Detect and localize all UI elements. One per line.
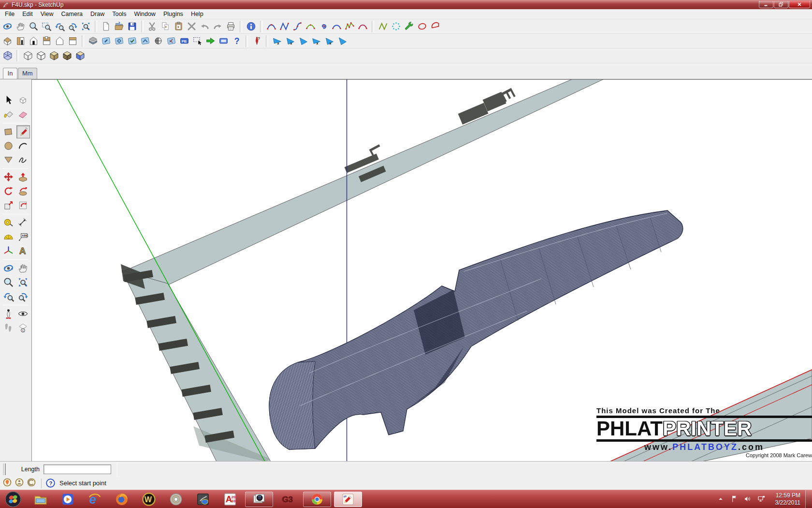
orbit-button[interactable] xyxy=(2,262,15,275)
right-view-button[interactable] xyxy=(66,35,79,47)
monochrome-cube-button[interactable] xyxy=(73,49,87,62)
circle-button[interactable] xyxy=(2,139,15,152)
bezier-n-button[interactable] xyxy=(278,20,291,33)
taskbar-disc-burner[interactable] xyxy=(168,491,184,508)
pan-button[interactable] xyxy=(16,262,30,275)
bezier-olive-n-button[interactable] xyxy=(377,20,390,33)
minimize-button[interactable] xyxy=(759,1,773,8)
bezier-green-arc-button[interactable] xyxy=(304,20,317,33)
undo-button[interactable] xyxy=(198,20,211,33)
bezier-blue-arc-button[interactable] xyxy=(330,20,343,33)
volume-tray-icon[interactable] xyxy=(743,494,753,504)
phlat-cut-button[interactable] xyxy=(165,35,178,47)
taskbar-chrome[interactable] xyxy=(303,492,331,507)
taskbar-world-of-warcraft[interactable]: W xyxy=(141,491,157,508)
restore-button[interactable] xyxy=(774,1,788,8)
bezier-spiral-button[interactable] xyxy=(317,20,330,33)
taskbar-g3-utility[interactable]: G3 xyxy=(280,491,296,508)
section-plane-button[interactable]: c xyxy=(16,321,30,334)
model-info-button[interactable] xyxy=(245,20,258,33)
taskbar-photo-viewer[interactable] xyxy=(245,492,273,507)
center-point-button[interactable] xyxy=(152,35,165,47)
menu-window[interactable]: Window xyxy=(130,10,159,18)
menu-plugins[interactable]: Plugins xyxy=(160,10,187,18)
phlat-board-button[interactable]: PB xyxy=(178,35,191,47)
paste-button[interactable] xyxy=(172,20,185,33)
measurement-input[interactable] xyxy=(44,464,111,474)
save-file-button[interactable] xyxy=(126,20,139,33)
protractor-button[interactable] xyxy=(2,230,15,243)
viewport[interactable]: E L xyxy=(32,79,812,461)
walk-button[interactable] xyxy=(2,321,15,334)
phlat-go-button[interactable] xyxy=(204,35,217,47)
bezier-crimson-arc-button[interactable] xyxy=(356,20,369,33)
bezier-arc-button[interactable] xyxy=(265,20,278,33)
show-desktop-button[interactable] xyxy=(805,490,812,508)
eraser-button[interactable] xyxy=(16,108,30,121)
menu-help[interactable]: Help xyxy=(187,10,207,18)
pan-button[interactable] xyxy=(14,20,27,33)
rotate-button[interactable] xyxy=(2,185,15,198)
menu-view[interactable]: View xyxy=(37,10,58,18)
phlat-open-button[interactable] xyxy=(87,35,100,47)
zoom-window-button[interactable] xyxy=(40,20,53,33)
help-button[interactable]: ? xyxy=(45,478,56,488)
bezier-zigzag-button[interactable] xyxy=(343,20,356,33)
xray-cube-button[interactable] xyxy=(1,49,14,62)
scene-tab-mm[interactable]: Mm xyxy=(18,68,37,79)
iso-view-button[interactable] xyxy=(1,35,14,47)
network-tray-icon[interactable] xyxy=(757,494,767,504)
bezier-s-button[interactable] xyxy=(291,20,304,33)
back-view-button[interactable] xyxy=(53,35,66,47)
text-button[interactable]: ABC xyxy=(16,230,30,243)
taskbar-windows-explorer[interactable] xyxy=(32,491,49,508)
wing-right-mid-button[interactable]: x xyxy=(323,35,336,47)
action-center-tray-icon[interactable] xyxy=(730,494,740,504)
bezier-pie-button[interactable] xyxy=(429,20,442,33)
orbit-button[interactable] xyxy=(1,20,14,33)
erase-button[interactable] xyxy=(185,20,198,33)
tape-measure-button[interactable] xyxy=(2,216,15,229)
marquee-select-button[interactable] xyxy=(191,35,204,47)
taskbar-clock[interactable]: 12:59 PM 3/22/2011 xyxy=(775,492,801,507)
select-button[interactable] xyxy=(2,94,15,107)
dimension-button[interactable] xyxy=(16,216,30,229)
menu-file[interactable]: File xyxy=(1,10,18,18)
new-file-button[interactable] xyxy=(100,20,113,33)
model-credits-badge[interactable] xyxy=(14,482,24,489)
wing-left-solid-button[interactable] xyxy=(297,35,310,47)
follow-me-button[interactable] xyxy=(16,185,30,198)
axes-button[interactable] xyxy=(2,244,15,257)
menu-draw[interactable]: Draw xyxy=(87,10,108,18)
start-button[interactable] xyxy=(5,491,21,508)
zoom-extents-button[interactable] xyxy=(79,20,92,33)
phlat-tool-1-button[interactable] xyxy=(100,35,113,47)
menu-edit[interactable]: Edit xyxy=(18,10,37,18)
bezier-wrench-button[interactable] xyxy=(403,20,416,33)
show-hidden-tray-icon[interactable] xyxy=(716,494,726,504)
zoom-button[interactable] xyxy=(27,20,40,33)
bezier-point-circle-button[interactable] xyxy=(390,20,403,33)
phlat-board-2-button[interactable] xyxy=(217,35,230,47)
zoom-next-button[interactable] xyxy=(16,290,30,303)
move-button[interactable] xyxy=(2,171,15,184)
left-view-button[interactable] xyxy=(14,35,27,47)
zoom-next-button[interactable] xyxy=(66,20,79,33)
taskbar-autocad-2010[interactable]: A2010 xyxy=(222,491,238,508)
redo-button[interactable] xyxy=(211,20,224,33)
offset-button[interactable] xyxy=(16,199,30,212)
wireframe-cube-button[interactable] xyxy=(21,49,34,62)
copy-button[interactable] xyxy=(159,20,172,33)
phlat-tool-2-button[interactable] xyxy=(113,35,126,47)
zoom-extents-button[interactable] xyxy=(16,276,30,289)
arc-button[interactable] xyxy=(16,139,30,152)
3d-text-button[interactable]: A xyxy=(16,244,30,257)
paint-bucket-button[interactable] xyxy=(2,108,15,121)
push-pull-button[interactable] xyxy=(16,171,30,184)
phlat-help-button[interactable]: ? xyxy=(230,35,243,47)
close-button[interactable] xyxy=(789,1,810,8)
line-button[interactable] xyxy=(16,125,30,138)
menu-camera[interactable]: Camera xyxy=(58,10,87,18)
textured-cube-button[interactable] xyxy=(60,49,73,62)
title-bar[interactable]: F4U.skp - SketchUp xyxy=(0,0,812,9)
